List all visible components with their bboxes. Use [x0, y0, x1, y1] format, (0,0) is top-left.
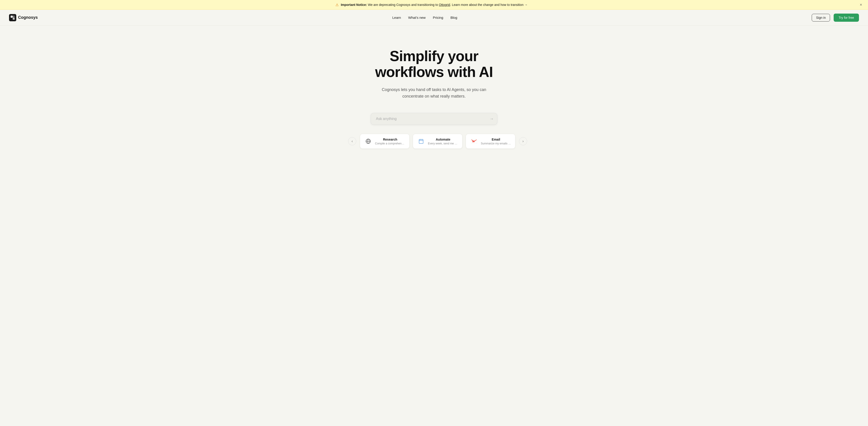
nav-actions: Sign in Try for free — [812, 13, 859, 22]
gmail-icon: M — [470, 137, 478, 145]
nav-link-learn[interactable]: Learn — [392, 16, 401, 20]
try-free-button[interactable]: Try for free — [834, 13, 859, 22]
suggestions-container: ‹ Research Compile a comprehensive... — [348, 134, 520, 149]
suggestion-card-research-title: Research — [375, 138, 405, 141]
suggestion-cards: Research Compile a comprehensive... Auto… — [360, 134, 515, 149]
suggestions-prev-button[interactable]: ‹ — [348, 137, 356, 145]
suggestion-card-research-content: Research Compile a comprehensive... — [375, 138, 405, 145]
suggestion-card-automate-title: Automate — [428, 138, 458, 141]
nav-link-blog[interactable]: Blog — [451, 16, 457, 20]
hero-subtitle: Cognosys lets you hand off tasks to AI A… — [380, 86, 488, 100]
svg-rect-6 — [419, 139, 423, 143]
suggestion-card-automate-desc: Every week, send me a... — [428, 142, 458, 145]
ask-input-container: → — [371, 113, 497, 125]
hero-section: Simplify your workflows with AI Cognosys… — [0, 26, 868, 162]
svg-rect-2 — [13, 16, 15, 18]
suggestion-card-research-desc: Compile a comprehensive... — [375, 142, 405, 145]
close-notice-button[interactable]: × — [858, 2, 864, 7]
nav-link-pricing[interactable]: Pricing — [433, 16, 443, 20]
svg-text:M: M — [472, 140, 474, 143]
suggestions-next-button[interactable]: › — [519, 137, 527, 145]
warning-icon: ⚠ — [336, 3, 339, 7]
svg-rect-1 — [13, 18, 15, 20]
suggestion-card-research[interactable]: Research Compile a comprehensive... — [360, 134, 410, 149]
ask-input[interactable] — [371, 113, 497, 125]
ottogrid-link[interactable]: Ottogrid — [439, 3, 450, 6]
logo-icon — [9, 14, 16, 21]
logo[interactable]: Cognosys — [9, 14, 38, 21]
suggestion-card-email-content: Email Summarize my emails from... — [481, 138, 511, 145]
navbar: Cognosys Learn What's new Pricing Blog S… — [0, 10, 868, 26]
notice-banner: ⚠ Important Notice: We are deprecating C… — [0, 0, 868, 10]
suggestion-card-automate-content: Automate Every week, send me a... — [428, 138, 458, 145]
logo-text: Cognosys — [18, 15, 38, 20]
nav-link-whats-new[interactable]: What's new — [408, 16, 426, 20]
notice-prefix: Important Notice: — [341, 3, 367, 6]
hero-title: Simplify your workflows with AI — [355, 48, 513, 80]
suggestion-card-email[interactable]: M Email Summarize my emails from... — [466, 134, 515, 149]
suggestion-card-automate[interactable]: Automate Every week, send me a... — [413, 134, 463, 149]
sign-in-button[interactable]: Sign in — [812, 14, 830, 22]
notice-banner-content: ⚠ Important Notice: We are deprecating C… — [4, 3, 858, 7]
notice-text: Important Notice: We are deprecating Cog… — [341, 3, 528, 6]
calendar-icon — [417, 137, 425, 145]
suggestion-card-email-desc: Summarize my emails from... — [481, 142, 511, 145]
nav-links: Learn What's new Pricing Blog — [392, 16, 457, 20]
suggestion-card-email-title: Email — [481, 138, 511, 141]
globe-icon — [364, 137, 372, 145]
svg-rect-0 — [11, 16, 13, 18]
